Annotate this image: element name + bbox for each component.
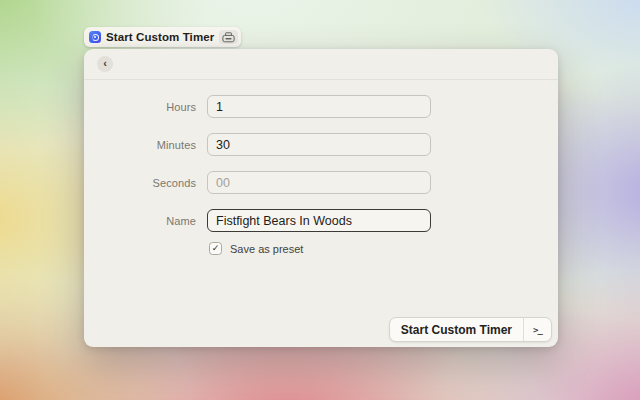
timer-app-icon bbox=[89, 31, 101, 43]
start-custom-timer-button-label: Start Custom Timer bbox=[390, 318, 523, 341]
name-label: Name bbox=[84, 215, 196, 227]
minutes-input[interactable] bbox=[207, 133, 431, 156]
name-input[interactable] bbox=[207, 209, 431, 232]
form-rows: HoursMinutesSecondsName bbox=[84, 95, 558, 232]
panel-header: ‹ bbox=[84, 49, 558, 80]
breadcrumb-title: Start Custom Timer bbox=[106, 31, 214, 43]
seconds-input[interactable] bbox=[207, 171, 431, 194]
back-button[interactable]: ‹ bbox=[97, 56, 113, 72]
save-as-preset-label[interactable]: Save as preset bbox=[230, 243, 303, 255]
form-row-hours: Hours bbox=[84, 95, 558, 118]
start-custom-timer-button[interactable]: Start Custom Timer >_ bbox=[389, 317, 552, 342]
custom-timer-panel: ‹ HoursMinutesSecondsName ✓ Save as pres… bbox=[84, 49, 558, 347]
hours-input[interactable] bbox=[207, 95, 431, 118]
minutes-label: Minutes bbox=[84, 139, 196, 151]
screen: Start Custom Timer ‹ HoursMinutesSeconds… bbox=[0, 0, 640, 400]
timer-dot-glyph bbox=[94, 36, 96, 38]
breadcrumb-pill[interactable]: Start Custom Timer bbox=[84, 27, 241, 47]
checkmark-icon: ✓ bbox=[212, 244, 220, 253]
form-row-seconds: Seconds bbox=[84, 171, 558, 194]
hours-label: Hours bbox=[84, 101, 196, 113]
save-as-preset-checkbox[interactable]: ✓ bbox=[209, 242, 222, 255]
printer-icon[interactable] bbox=[219, 30, 238, 44]
custom-timer-form: HoursMinutesSecondsName ✓ Save as preset bbox=[84, 95, 558, 255]
terminal-prompt-icon[interactable]: >_ bbox=[523, 318, 551, 341]
chevron-left-icon: ‹ bbox=[103, 58, 107, 69]
form-row-minutes: Minutes bbox=[84, 133, 558, 156]
form-row-name: Name bbox=[84, 209, 558, 232]
save-as-preset-row: ✓ Save as preset bbox=[84, 242, 558, 255]
seconds-label: Seconds bbox=[84, 177, 196, 189]
